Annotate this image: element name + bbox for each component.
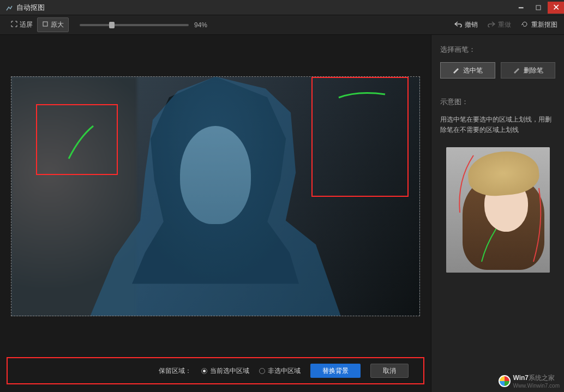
- zoom-value: 94%: [194, 21, 207, 29]
- keep-area-label: 保留区域：: [159, 366, 191, 376]
- sidebar: 选择画笔： 选中笔 删除笔 示意图： 用选中笔在要选中的区域上划线，用删除笔在不…: [431, 35, 564, 392]
- select-stroke-2: [336, 88, 391, 104]
- help-text: 用选中笔在要选中的区域上划线，用删除笔在不需要的区域上划线: [440, 114, 555, 135]
- figure-overlay: [90, 77, 341, 316]
- recut-button[interactable]: 重新抠图: [521, 20, 557, 29]
- zoom-slider[interactable]: [80, 24, 189, 26]
- original-icon: [42, 21, 49, 29]
- undo-button[interactable]: 撤销: [454, 20, 478, 29]
- fit-icon: [11, 21, 17, 29]
- radio-current-label: 当前选中区域: [210, 366, 249, 376]
- select-brush-label: 选中笔: [463, 66, 483, 75]
- cancel-label: 取消: [383, 366, 396, 376]
- delete-brush-button[interactable]: 删除笔: [501, 62, 556, 79]
- select-brush-button[interactable]: 选中笔: [440, 62, 495, 79]
- original-label: 原大: [51, 20, 64, 29]
- svg-rect-0: [536, 5, 541, 10]
- example-section-label: 示意图：: [440, 97, 555, 107]
- undo-icon: [454, 21, 462, 29]
- zoom-slider-thumb[interactable]: [109, 22, 115, 28]
- brush-icon: [452, 66, 460, 75]
- titlebar: 自动抠图 ━ ✕: [0, 0, 564, 15]
- image-canvas[interactable]: [11, 76, 420, 316]
- brush-row: 选中笔 删除笔: [440, 62, 555, 79]
- redo-label: 重做: [498, 20, 511, 29]
- original-size-button[interactable]: 原大: [37, 17, 69, 32]
- brush-icon: [513, 66, 520, 75]
- brush-section-label: 选择画笔：: [440, 45, 555, 55]
- cancel-button[interactable]: 取消: [370, 364, 409, 378]
- radio-dot-icon: [201, 368, 207, 374]
- radio-current-selection[interactable]: 当前选中区域: [201, 366, 249, 376]
- select-stroke-1: [63, 120, 107, 164]
- close-button[interactable]: ✕: [548, 2, 564, 14]
- main-area: 保留区域： 当前选中区域 非选中区域 替换背景 取消 选择画笔： 选中笔: [0, 35, 564, 392]
- redo-button[interactable]: 重做: [488, 20, 511, 29]
- radio-dot-icon: [259, 368, 265, 374]
- fit-screen-button[interactable]: 适屏: [7, 18, 37, 32]
- recut-label: 重新抠图: [531, 20, 557, 29]
- radio-not-label: 非选中区域: [268, 366, 301, 376]
- replace-bg-label: 替换背景: [322, 366, 349, 376]
- canvas-inner: [0, 35, 431, 357]
- toolbar: 适屏 原大 94% 撤销 重做 重新抠图: [0, 15, 564, 35]
- bottom-bar: 保留区域： 当前选中区域 非选中区域 替换背景 取消: [7, 357, 424, 384]
- fit-label: 适屏: [20, 20, 33, 29]
- maximize-button[interactable]: [530, 2, 547, 14]
- radio-not-selection[interactable]: 非选中区域: [259, 366, 301, 376]
- redo-icon: [488, 21, 495, 29]
- window-title: 自动抠图: [16, 3, 45, 13]
- delete-brush-label: 删除笔: [524, 66, 543, 75]
- zoom-slider-wrap: 94%: [80, 21, 207, 29]
- replace-background-button[interactable]: 替换背景: [310, 364, 361, 378]
- app-icon: [5, 4, 13, 11]
- recut-icon: [521, 20, 529, 29]
- undo-label: 撤销: [465, 20, 478, 29]
- minimize-button[interactable]: ━: [513, 2, 529, 14]
- svg-rect-1: [43, 22, 47, 26]
- example-image: [446, 147, 550, 273]
- canvas-area: 保留区域： 当前选中区域 非选中区域 替换背景 取消: [0, 35, 431, 392]
